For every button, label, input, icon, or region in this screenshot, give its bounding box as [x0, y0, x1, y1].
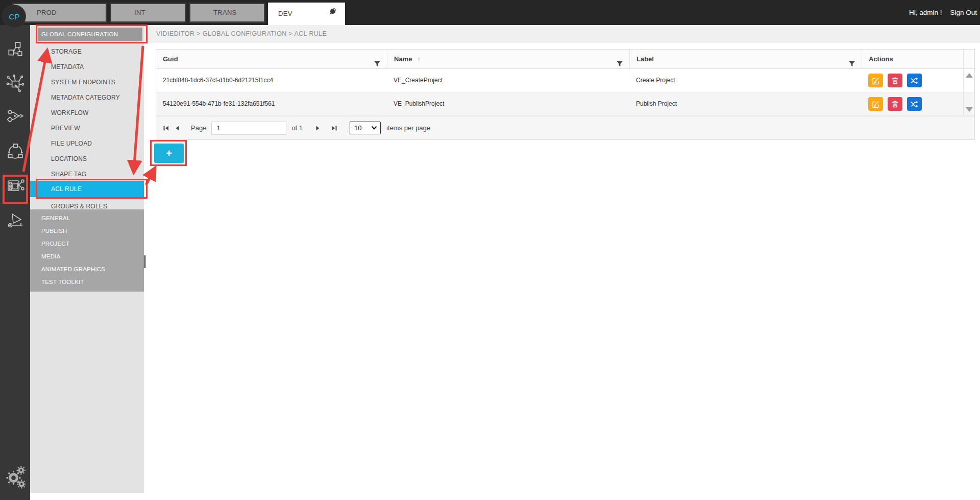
menu-item-media[interactable]: MEDIA	[30, 250, 144, 263]
transcode-cycle-icon[interactable]	[5, 140, 26, 162]
cell-actions	[862, 92, 963, 115]
cell-actions	[862, 69, 963, 92]
column-header-label[interactable]: Label	[629, 50, 862, 68]
user-greeting: Hi, admin !	[909, 9, 942, 16]
column-header-guid[interactable]: Guid	[156, 50, 387, 68]
text-cursor-artifact	[144, 255, 145, 268]
cell-name: VE_PublishProject	[387, 92, 629, 115]
table-body: 21cbf848-1dc6-37cf-d1b0-6d21215f1cc4 VE_…	[156, 69, 974, 116]
icon-sidebar	[0, 25, 30, 500]
acl-rules-table: Guid Name↑ Label	[156, 49, 975, 140]
cell-label: Publish Project	[629, 92, 862, 115]
top-bar: PROD INT TRANS DEV Hi, admin ! Sign Out	[0, 0, 980, 25]
chevron-down-icon	[371, 124, 377, 132]
menu-item-general[interactable]: GENERAL	[30, 212, 144, 225]
tab-dev[interactable]: DEV	[268, 3, 345, 25]
page-number-input[interactable]	[211, 122, 286, 135]
last-page-button[interactable]	[328, 123, 339, 134]
menu-item-system-endpoints[interactable]: SYSTEM ENDPOINTS	[30, 75, 144, 90]
plug-icon	[328, 4, 338, 24]
avatar[interactable]: CP	[3, 5, 26, 28]
tab-prod[interactable]: PROD	[12, 3, 107, 23]
menu-item-metadata-category[interactable]: METADATA CATEGORY	[30, 90, 144, 105]
menu-secondary-section: GENERAL PUBLISH PROJECT MEDIA ANIMATED G…	[30, 209, 144, 292]
menu-item-project[interactable]: PROJECT	[30, 237, 144, 250]
next-page-button[interactable]	[312, 123, 323, 134]
menu-item-locations[interactable]: LOCATIONS	[30, 151, 144, 166]
menu-item-publish[interactable]: PUBLISH	[30, 225, 144, 237]
column-header-name[interactable]: Name↑	[387, 50, 629, 68]
avatar-initials: CP	[9, 12, 20, 21]
scroll-up-icon[interactable]	[966, 73, 973, 78]
items-per-page-label: items per page	[386, 124, 430, 132]
sort-ascending-icon: ↑	[417, 55, 421, 63]
column-header-name-label: Name	[394, 55, 412, 63]
app-page: PROD INT TRANS DEV Hi, admin ! Sign Out	[0, 0, 980, 500]
video-editor-icon[interactable]	[5, 175, 26, 197]
edit-button[interactable]	[868, 97, 883, 111]
cell-guid: 21cbf848-1dc6-37cf-d1b0-6d21215f1cc4	[156, 69, 387, 92]
column-header-label-label: Label	[636, 55, 654, 63]
add-acl-rule-button[interactable]: +	[154, 144, 184, 163]
menu-item-preview[interactable]: PREVIEW	[30, 121, 144, 136]
cell-name: VE_CreateProject	[387, 69, 629, 92]
main-content: VIDIEDITOR > GLOBAL CONFIGURATION > ACL …	[144, 25, 980, 500]
first-page-button[interactable]	[160, 123, 172, 134]
menu-item-animated-graphics[interactable]: ANIMATED GRAPHICS	[30, 263, 144, 276]
shuffle-button[interactable]	[907, 97, 922, 111]
page-label: Page	[191, 124, 206, 132]
table-header-row: Guid Name↑ Label	[156, 50, 974, 69]
column-header-spacer	[963, 50, 974, 68]
system-network-icon[interactable]	[5, 73, 26, 94]
page-size-value: 10	[354, 124, 361, 132]
of-label: of 1	[291, 124, 303, 132]
delete-button[interactable]	[888, 74, 902, 87]
scroll-down-icon[interactable]	[966, 107, 973, 112]
table-row[interactable]: 21cbf848-1dc6-37cf-d1b0-6d21215f1cc4 VE_…	[156, 69, 974, 92]
breadcrumb: VIDIEDITOR > GLOBAL CONFIGURATION > ACL …	[156, 25, 980, 43]
cell-label: Create Project	[629, 69, 862, 92]
table-scrollbar[interactable]	[963, 69, 974, 116]
settings-gears-icon[interactable]	[5, 466, 26, 487]
edit-button[interactable]	[868, 74, 883, 87]
menu-item-storage[interactable]: STORAGE	[30, 44, 144, 59]
breadcrumb-bar: VIDIEDITOR > GLOBAL CONFIGURATION > ACL …	[144, 25, 980, 43]
page-size-select[interactable]: 10	[350, 122, 381, 134]
previous-page-button[interactable]	[172, 123, 183, 134]
media-player-icon[interactable]	[5, 210, 26, 231]
tab-int[interactable]: INT	[110, 3, 186, 23]
menu-header-global-configuration[interactable]: GLOBAL CONFIGURATION	[38, 28, 142, 41]
menu-item-metadata[interactable]: METADATA	[30, 59, 144, 75]
menu-item-file-upload[interactable]: FILE UPLOAD	[30, 136, 144, 151]
column-header-guid-label: Guid	[163, 55, 178, 63]
menu-item-test-toolkit[interactable]: TEST TOOLKIT	[30, 276, 144, 289]
cell-guid: 54120e91-554b-471b-fe31-132fa651f561	[156, 92, 387, 115]
sign-out-link[interactable]: Sign Out	[950, 9, 977, 16]
column-header-actions: Actions	[862, 50, 963, 68]
menu-item-shape-tag[interactable]: SHAPE TAG	[30, 166, 144, 182]
shuffle-button[interactable]	[907, 74, 922, 87]
media-assets-icon[interactable]	[5, 39, 26, 60]
workflow-icon[interactable]	[5, 106, 26, 127]
menu-item-acl-rule[interactable]: ACL RULE	[30, 181, 144, 197]
config-menu-panel: GLOBAL CONFIGURATION STORAGE METADATA SY…	[30, 25, 144, 493]
table-row[interactable]: 54120e91-554b-471b-fe31-132fa651f561 VE_…	[156, 92, 974, 116]
pagination-bar: Page of 1 10 items per page	[156, 116, 974, 139]
delete-button[interactable]	[888, 97, 902, 111]
column-header-actions-label: Actions	[869, 55, 893, 63]
tab-dev-label: DEV	[278, 4, 292, 24]
tab-trans[interactable]: TRANS	[189, 3, 265, 23]
menu-item-workflow[interactable]: WORKFLOW	[30, 105, 144, 121]
